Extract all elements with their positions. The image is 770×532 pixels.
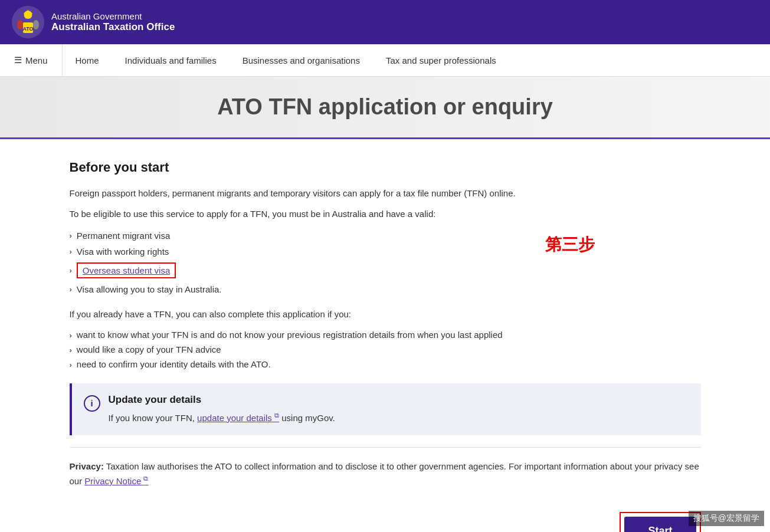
home-link[interactable]: Home (63, 44, 112, 76)
tax-professionals-link[interactable]: Tax and super professionals (373, 44, 509, 76)
chevron-tfn-3: › (70, 360, 72, 369)
main-content: Before you start Foreign passport holder… (46, 139, 725, 532)
privacy-ext-icon: ⧉ (143, 475, 148, 482)
privacy-text-body: Taxation law authorises the ATO to colle… (70, 461, 699, 486)
chevron-icon-1: › (70, 231, 72, 240)
tfn-option-2: › would like a copy of your TFN advice (70, 342, 701, 357)
chinese-step-annotation: 第三步 (545, 234, 595, 256)
intro-paragraph-1: Foreign passport holders, permanent migr… (70, 187, 701, 201)
chevron-tfn-2: › (70, 346, 72, 354)
office-name: Australian Taxation Office (51, 21, 175, 33)
chevron-icon-2: › (70, 247, 72, 256)
visa-item-stay: › Visa allowing you to stay in Australia… (70, 281, 701, 297)
tfn-option-label-1: want to know what your TFN is and do not… (77, 330, 503, 340)
overseas-student-visa-link[interactable]: Overseas student visa (83, 265, 170, 275)
update-details-info-box: i Update your details If you know your T… (70, 383, 701, 436)
tfn-option-3: › need to confirm your identity details … (70, 357, 701, 372)
nav-item-businesses[interactable]: Businesses and organisations (230, 44, 373, 76)
gov-name: Australian Government (51, 11, 175, 21)
visa-label-permanent: Permanent migrant visa (77, 231, 170, 241)
page-title: ATO TFN application or enquiry (12, 94, 758, 120)
start-button-container: Start (70, 512, 701, 532)
start-button[interactable]: Start (624, 517, 696, 532)
svg-point-4 (33, 20, 39, 29)
visa-label-working: Visa with working rights (77, 247, 169, 257)
nav-item-individuals[interactable]: Individuals and families (112, 44, 230, 76)
tfn-option-label-3: need to confirm your identity details wi… (77, 359, 271, 369)
info-box-content: Update your details If you know your TFN… (109, 394, 335, 425)
info-box-text: If you know your TFN, update your detail… (109, 411, 335, 425)
overseas-student-highlight: Overseas student visa (77, 262, 176, 278)
visa-item-working: › Visa with working rights (70, 244, 701, 260)
site-header: ATO Australian Government Australian Tax… (0, 0, 770, 44)
start-button-highlight-box: Start (620, 512, 700, 532)
menu-button[interactable]: ☰ Menu (0, 44, 63, 76)
chevron-icon-3: › (70, 266, 72, 275)
nav-item-home[interactable]: Home (63, 44, 112, 76)
visa-label-stay: Visa allowing you to stay in Australia. (77, 284, 222, 294)
hamburger-icon: ☰ (14, 55, 22, 65)
nav-item-tax-professionals[interactable]: Tax and super professionals (373, 44, 509, 76)
gov-logo-icon: ATO (12, 6, 44, 38)
tfn-option-label-2: would like a copy of your TFN advice (77, 344, 221, 354)
tfn-options-list: › want to know what your TFN is and do n… (70, 327, 701, 372)
svg-text:ATO: ATO (22, 26, 33, 32)
already-tfn-paragraph: If you already have a TFN, you can also … (70, 308, 701, 321)
chevron-icon-4: › (70, 285, 72, 294)
before-you-start-heading: Before you start (70, 160, 701, 175)
info-icon: i (84, 395, 100, 412)
menu-label: Menu (25, 55, 48, 65)
update-details-link[interactable]: update your details ⧉ (197, 413, 279, 423)
privacy-notice-link[interactable]: Privacy Notice ⧉ (84, 476, 148, 486)
main-nav: ☰ Menu Home Individuals and families Bus… (0, 44, 770, 77)
visa-item-overseas-student[interactable]: › Overseas student visa (70, 260, 701, 281)
page-title-banner: ATO TFN application or enquiry (0, 77, 770, 139)
tfn-option-1: › want to know what your TFN is and do n… (70, 327, 701, 342)
visa-item-permanent: › Permanent migrant visa (70, 228, 701, 244)
info-text-before: If you know your TFN, (109, 413, 198, 423)
visa-list: › Permanent migrant visa › Visa with wor… (70, 228, 701, 297)
privacy-section: Privacy: Taxation law authorises the ATO… (70, 447, 701, 488)
intro-paragraph-2: To be eligible to use this service to ap… (70, 208, 701, 221)
chevron-tfn-1: › (70, 331, 72, 340)
header-text-block: Australian Government Australian Taxatio… (51, 11, 175, 33)
visa-list-section: › Permanent migrant visa › Visa with wor… (70, 228, 701, 297)
businesses-link[interactable]: Businesses and organisations (230, 44, 373, 76)
info-box-title: Update your details (109, 394, 335, 406)
individuals-link[interactable]: Individuals and families (112, 44, 230, 76)
external-link-icon: ⧉ (274, 412, 279, 419)
info-text-after: using myGov. (279, 413, 335, 423)
privacy-label: Privacy: (70, 461, 104, 471)
